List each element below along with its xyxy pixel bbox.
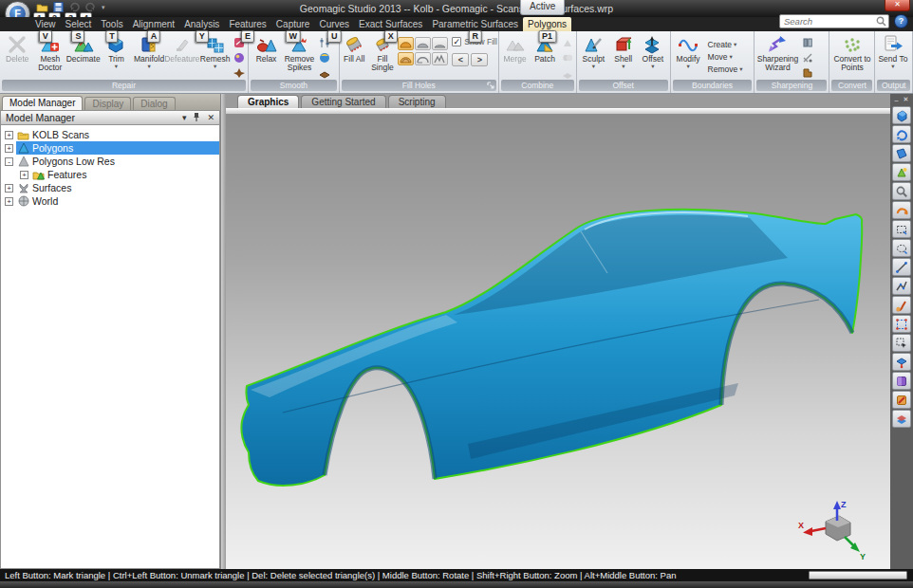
select-paintbrush-button[interactable] [892, 296, 911, 314]
fill-curvature-button[interactable] [398, 37, 414, 50]
tree-expander-icon[interactable]: + [20, 171, 28, 179]
spin-view-button[interactable] [892, 201, 911, 219]
fill-complete-button[interactable] [398, 52, 414, 65]
defeature-button[interactable]: Defeature [165, 33, 198, 80]
backface-select-button[interactable] [892, 372, 911, 390]
sharpening-small-tool-2-button[interactable] [800, 50, 814, 64]
keytip-curves: U [327, 30, 342, 43]
tab-getting-started[interactable]: Getting Started [301, 95, 385, 108]
fill-flat-button[interactable] [432, 37, 448, 50]
window-close-button[interactable]: ✕ [885, 0, 910, 11]
select-pointer-button[interactable] [892, 334, 911, 352]
child-window-controls: – ✕ [895, 95, 909, 104]
tree-expander-icon[interactable]: + [5, 197, 13, 206]
button-label: Decimate [66, 55, 101, 64]
tab-alignment[interactable]: AlignmentA [128, 17, 179, 31]
tab-scripting[interactable]: Scripting [388, 95, 446, 108]
select-ellipse-button[interactable] [892, 239, 911, 257]
fill-all-button[interactable]: Fill All [341, 33, 368, 80]
tab-view[interactable]: ViewV [30, 17, 61, 31]
pin-icon[interactable] [193, 112, 200, 123]
tree-expander-icon[interactable]: + [5, 131, 13, 139]
tab-curves[interactable]: CurvesU [314, 17, 354, 31]
merge-button[interactable]: Merge [500, 33, 531, 80]
help-button[interactable]: ? [894, 14, 908, 28]
child-minimize-icon[interactable]: – [895, 97, 899, 103]
tab-capture[interactable]: CaptureW [271, 17, 315, 31]
previous-hole-button[interactable]: < [452, 53, 469, 66]
remove-boundary-menu-button[interactable]: Remove▾ [708, 64, 743, 74]
tree-expander-icon[interactable]: + [5, 144, 13, 153]
select-custom-region-button[interactable] [892, 315, 911, 333]
select-rectangle-button[interactable] [892, 220, 911, 238]
tree-item-world[interactable]: + World [1, 194, 219, 208]
tab-parametric-surfaces[interactable]: Parametric SurfacesR [427, 17, 523, 31]
select-through-button[interactable] [892, 410, 911, 428]
car-model[interactable] [226, 114, 890, 569]
rotate-view-button[interactable] [892, 125, 911, 143]
tree-item-label: KOLB Scans [32, 129, 89, 140]
relax-button[interactable]: Relax [250, 33, 283, 80]
shell-button[interactable]: Shell▾ [609, 33, 638, 80]
tab-select[interactable]: SelectS [61, 17, 97, 31]
tab-polygons[interactable]: PolygonsP1 [523, 17, 571, 31]
panel-menu-icon[interactable]: ▾ [182, 114, 187, 122]
view-orientation-button[interactable] [892, 106, 911, 124]
child-close-icon[interactable]: ✕ [904, 96, 909, 103]
offset-button[interactable]: Offset▾ [638, 33, 668, 80]
tab-display[interactable]: Display [84, 97, 131, 110]
convert-to-points-button[interactable]: Convert to Points [830, 33, 873, 80]
repair-small-tool-3-button[interactable] [233, 65, 247, 80]
tab-model-manager[interactable]: Model Manager [2, 96, 83, 110]
graphics-viewport[interactable]: Z X Y [226, 114, 890, 569]
select-polyline-button[interactable] [892, 277, 911, 295]
fill-holes-dialog-launcher-icon[interactable] [487, 82, 494, 89]
combine-small-tool-3-button[interactable] [561, 65, 575, 80]
search-input[interactable] [780, 16, 876, 27]
zoom-view-button[interactable] [892, 163, 911, 181]
tab-features[interactable]: FeaturesE [224, 17, 270, 31]
repair-small-tool-2-button[interactable] [233, 50, 247, 64]
select-line-button[interactable] [892, 258, 911, 276]
delete-button[interactable]: Delete [1, 33, 34, 80]
combine-small-tool-2-button[interactable] [561, 50, 575, 64]
pan-view-button[interactable] [892, 144, 911, 162]
tree-item-kolb-scans[interactable]: + KOLB Scans [1, 128, 219, 141]
fill-partial-button[interactable] [415, 52, 431, 65]
search-icon[interactable] [876, 13, 886, 30]
fill-bridge-button[interactable] [432, 52, 448, 65]
panel-close-icon[interactable]: ✕ [207, 114, 214, 122]
tab-tools[interactable]: ToolsT [96, 17, 127, 31]
sharpening-wizard-button[interactable]: Sharpening Wizard [755, 33, 799, 80]
tree-expander-icon[interactable]: - [5, 157, 13, 166]
create-boundary-menu-button[interactable]: Create▾ [708, 40, 743, 49]
tab-label: Exact Surfaces [359, 19, 422, 29]
flood-select-button[interactable] [892, 353, 911, 371]
zoom-window-button[interactable] [892, 182, 911, 200]
tree-item-features[interactable]: + Features [1, 168, 219, 181]
combine-small-tool-1-button[interactable] [561, 35, 575, 49]
next-hole-button[interactable]: > [471, 53, 488, 66]
tab-graphics[interactable]: Graphics [237, 95, 299, 108]
tree-item-polygons[interactable]: + Polygons [1, 141, 219, 155]
show-fill-checkbox[interactable]: ✓ [452, 37, 461, 46]
tree-item-surfaces[interactable]: + Surfaces [1, 181, 219, 194]
fill-tangent-button[interactable] [415, 37, 431, 50]
tab-analysis[interactable]: AnalysisY [179, 17, 224, 31]
brush-select-button[interactable] [892, 391, 911, 409]
tab-label: Analysis [184, 19, 219, 29]
modify-button[interactable]: Modify▾ [672, 33, 705, 80]
tab-dialog[interactable]: Dialog [133, 97, 175, 110]
send-to-button[interactable]: Send To▾ [876, 33, 909, 80]
tree-item-polygons-low-res[interactable]: - Polygons Low Res [1, 155, 219, 168]
smooth-small-tool-2-button[interactable] [317, 50, 331, 64]
move-boundary-menu-button[interactable]: Move▾ [708, 52, 743, 62]
group-label-convert: Convert [831, 80, 872, 91]
sculpt-button[interactable]: Sculpt▾ [578, 33, 609, 80]
search-box[interactable] [779, 14, 889, 28]
smooth-small-tool-3-button[interactable] [317, 65, 331, 80]
sharpening-small-tool-3-button[interactable] [800, 65, 814, 80]
tree-expander-icon[interactable]: + [5, 184, 13, 193]
tab-exact-surfaces[interactable]: Exact SurfacesX [354, 17, 427, 31]
sharpening-small-tool-1-button[interactable] [800, 35, 814, 49]
